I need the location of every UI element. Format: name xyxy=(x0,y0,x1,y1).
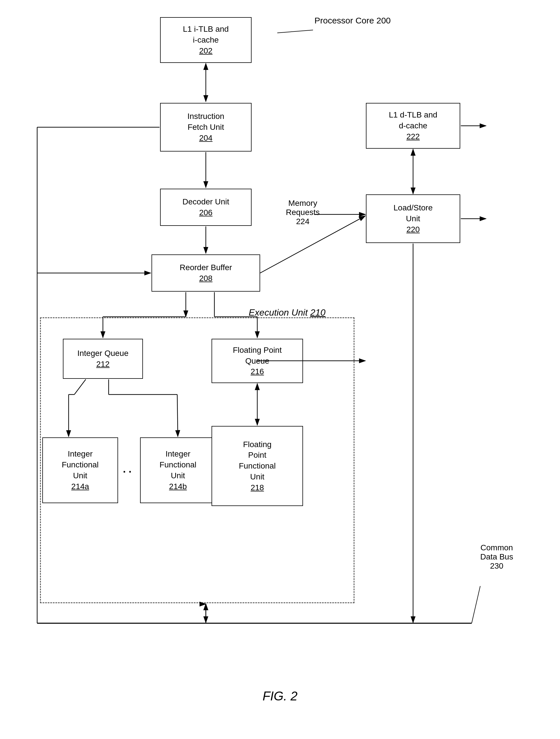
int-fu-b-box: IntegerFunctionalUnit 214b xyxy=(140,437,216,503)
decoder-box: Decoder Unit 206 xyxy=(160,189,252,226)
reorder-label: Reorder Buffer xyxy=(179,262,232,273)
svg-line-34 xyxy=(472,586,480,623)
load-store-num: 220 xyxy=(407,224,420,235)
l1-dtlb-num: 222 xyxy=(407,131,420,142)
fp-queue-box: Floating PointQueue 216 xyxy=(212,339,303,383)
fp-queue-label: Floating PointQueue xyxy=(233,345,282,366)
int-fu-a-box: IntegerFunctionalUnit 214a xyxy=(42,437,118,503)
ifu-label: InstructionFetch Unit xyxy=(187,111,224,133)
svg-line-3 xyxy=(277,30,313,33)
fp-fu-label: FloatingPointFunctionalUnit xyxy=(239,439,276,482)
ifu-num: 204 xyxy=(199,133,213,144)
execution-unit-num: 210 xyxy=(310,307,325,318)
memory-requests-label: MemoryRequests224 xyxy=(286,199,319,226)
dots-label: . . xyxy=(123,463,132,475)
int-queue-label: Integer Queue xyxy=(77,348,128,359)
fig-caption: FIG. 2 xyxy=(0,689,560,703)
l1-itlb-num: 202 xyxy=(199,45,213,56)
common-bus-label: CommonData Bus230 xyxy=(480,543,513,571)
int-queue-box: Integer Queue 212 xyxy=(63,339,143,379)
fig-caption-text: FIG. 2 xyxy=(262,689,297,703)
decoder-num: 206 xyxy=(199,207,213,218)
l1-dtlb-box: L1 d-TLB andd-cache 222 xyxy=(366,103,460,149)
l1-itlb-box: L1 i-TLB andi-cache 202 xyxy=(160,17,252,63)
reorder-box: Reorder Buffer 208 xyxy=(151,255,260,292)
l1-itlb-label: L1 i-TLB andi-cache xyxy=(183,24,229,45)
decoder-label: Decoder Unit xyxy=(182,196,229,207)
int-fu-a-label: IntegerFunctionalUnit xyxy=(62,449,99,481)
int-fu-b-num: 214b xyxy=(169,481,187,492)
processor-core-label: Processor Core 200 xyxy=(314,16,391,25)
fp-queue-num: 216 xyxy=(251,366,264,377)
reorder-num: 208 xyxy=(199,273,213,284)
int-fu-b-label: IntegerFunctionalUnit xyxy=(159,449,196,481)
fp-fu-box: FloatingPointFunctionalUnit 218 xyxy=(212,426,303,506)
execution-unit-text: Execution Unit xyxy=(249,307,310,318)
fp-fu-num: 218 xyxy=(251,482,264,493)
diagram: Processor Core 200 L1 i-TLB andi-cache 2… xyxy=(0,0,560,709)
execution-unit-label: Execution Unit 210 xyxy=(249,307,325,318)
l1-dtlb-label: L1 d-TLB andd-cache xyxy=(389,110,437,131)
ifu-box: InstructionFetch Unit 204 xyxy=(160,103,252,152)
int-fu-a-num: 214a xyxy=(71,481,89,492)
load-store-label: Load/StoreUnit xyxy=(394,202,433,224)
load-store-box: Load/StoreUnit 220 xyxy=(366,194,460,243)
int-queue-num: 212 xyxy=(96,359,110,370)
